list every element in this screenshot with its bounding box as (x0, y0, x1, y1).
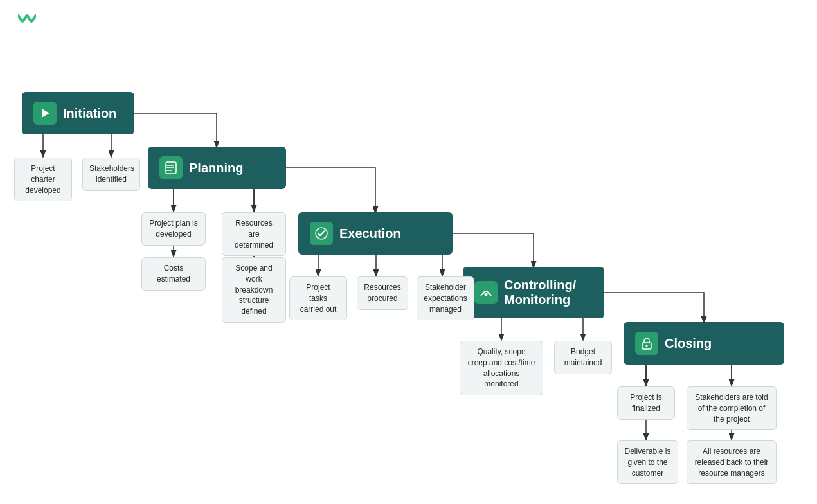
initiation-label: Initiation (63, 106, 116, 121)
info-box-ib2: Stakeholders identified (82, 158, 140, 191)
info-box-ib1: Project charter developed (14, 158, 72, 201)
info-box-ib4: Costs estimated (141, 257, 206, 291)
info-box-ib14: Deliverable is given to the customer (617, 440, 678, 484)
closing-icon (635, 332, 658, 355)
execution-icon (310, 222, 333, 245)
svg-point-32 (646, 345, 648, 347)
phase-controlling: Controlling/ Monitoring (463, 267, 604, 318)
info-box-ib5: Resources are determined (222, 212, 286, 256)
svg-marker-21 (42, 109, 49, 118)
phase-initiation: Initiation (22, 92, 134, 134)
phase-execution: Execution (298, 212, 453, 255)
info-box-ib10: Quality, scope creep and cost/time alloc… (460, 341, 543, 395)
info-box-ib6: Scope and work breakdown structure defin… (222, 257, 286, 323)
phase-planning: Planning (148, 147, 286, 189)
info-box-ib9: Stakeholder expectations managed (417, 276, 474, 320)
planning-icon (159, 156, 183, 179)
closing-label: Closing (665, 336, 712, 351)
info-box-ib13: Stakeholders are told of the completion … (687, 386, 777, 430)
phase-closing: Closing (624, 322, 784, 364)
info-box-ib12: Project is finalized (617, 386, 675, 420)
info-box-ib3: Project plan is developed (141, 212, 206, 246)
info-box-ib8: Resources procured (357, 276, 408, 310)
info-box-ib7: Project tasks carried out (289, 276, 347, 320)
controlling-label: Controlling/ Monitoring (504, 278, 593, 307)
controlling-icon (474, 281, 498, 304)
planning-label: Planning (189, 161, 243, 176)
logo-icon (18, 12, 36, 26)
info-box-ib15: All resources are released back to their… (687, 440, 777, 484)
execution-label: Execution (339, 226, 401, 241)
initiation-icon (33, 102, 57, 125)
logo (18, 12, 40, 26)
info-box-ib11: Budget maintained (554, 341, 612, 374)
